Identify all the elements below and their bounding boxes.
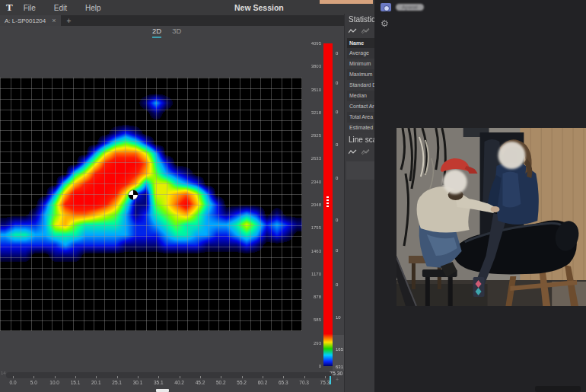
x-axis-tick [117, 376, 118, 378]
colorbar-tick-label: 2340 [293, 180, 321, 184]
colorbar-tick-label: 1463 [293, 249, 321, 253]
bottom-right-button[interactable] [535, 386, 581, 392]
camera-source-label: Aparat [396, 4, 424, 11]
line-chart-disabled-icon[interactable] [361, 149, 370, 155]
colorbar-count: 631 [336, 365, 343, 369]
colorbar-count: 0 [336, 142, 338, 147]
line-scan-plot-area [346, 161, 374, 180]
stats-row-minimum[interactable]: Minimum [347, 59, 374, 69]
blurred-face [443, 170, 467, 194]
view-mode-toggle: 2D 3D [152, 27, 181, 38]
pressure-heatmap[interactable] [0, 78, 302, 331]
line-chart-disabled-icon[interactable] [361, 28, 370, 34]
colorbar-tick-label: 878 [293, 295, 321, 299]
x-axis-label: 65.3 [274, 380, 292, 385]
colorbar-tick-label: 1170 [293, 272, 321, 276]
colorbar-tick-label: 2048 [293, 202, 321, 207]
x-axis-label: 5.0 [24, 380, 43, 385]
x-axis-tick [55, 376, 56, 378]
horizontal-scrollbar-thumb[interactable] [156, 389, 169, 392]
x-axis-label: 0.0 [4, 380, 22, 385]
app-window: T File Edit Help New Session A: L-SP0012… [0, 0, 586, 392]
tab-close-icon[interactable]: × [52, 18, 56, 24]
colorbar-tick-label: 2925 [293, 133, 321, 138]
x-axis-label: 55.2 [233, 380, 251, 385]
stats-row-total[interactable]: Total Area [347, 112, 374, 123]
colorbar-count: 0 [336, 51, 338, 56]
x-axis-label: 30.1 [129, 380, 147, 385]
x-axis-label: 60.2 [253, 380, 272, 385]
x-axis-tick [33, 376, 34, 378]
tab-3d[interactable]: 3D [172, 27, 181, 38]
x-axis-tick [242, 376, 243, 378]
camera-photo [397, 128, 586, 306]
colorbar-count: 0 [336, 248, 338, 253]
app-logo: T [6, 2, 13, 14]
camera-icon[interactable] [381, 3, 391, 11]
x-axis-tick [304, 376, 305, 378]
tab-label: A: L-SP001204 [5, 18, 46, 24]
tab-bar: A: L-SP001204 × + [0, 15, 374, 26]
line-chart-icon[interactable] [349, 28, 357, 34]
colorbar-tick-label: 3803 [293, 64, 321, 69]
x-axis-label: 35.1 [149, 380, 167, 385]
x-axis-label: 20.1 [87, 380, 105, 385]
statistics-title: Statistics [349, 15, 374, 24]
stats-row-median[interactable]: Median [347, 91, 374, 101]
tab-2d[interactable]: 2D [152, 27, 161, 38]
stats-row-standard[interactable]: Standard Deviation [347, 80, 374, 91]
blurred-face [498, 142, 525, 169]
colorbar-count: 0 [336, 81, 338, 85]
x-axis-tick [325, 376, 326, 378]
row-count-label: 14 [1, 371, 6, 375]
statistics-chart-icons [349, 28, 370, 34]
x-axis-tick [13, 376, 14, 378]
colorbar-tick-label: 0 [293, 364, 321, 368]
x-axis-tick [138, 376, 139, 378]
stats-row-estimated[interactable]: Estimated [347, 123, 374, 133]
menu-bar: T File Edit Help [0, 0, 374, 15]
background-window-sliver [320, 0, 373, 4]
tab-session[interactable]: A: L-SP001204 × [0, 15, 61, 26]
stats-row-average[interactable]: Average [347, 48, 374, 59]
colorbar-count: 0 [336, 110, 338, 114]
x-axis-cursor-tick [330, 376, 331, 384]
x-axis-tick [96, 376, 97, 378]
x-axis-tick [180, 376, 180, 378]
x-axis-label: 10.0 [46, 380, 64, 385]
x-axis-tick [283, 376, 284, 378]
menu-help[interactable]: Help [82, 2, 104, 14]
colorbar-count: 0 [336, 218, 338, 222]
line-chart-icon[interactable] [349, 149, 357, 155]
colorbar-count: 0 [336, 282, 338, 287]
x-axis-label: 50.2 [212, 380, 230, 385]
gear-icon[interactable]: ⚙ [381, 18, 389, 29]
stats-row-contact[interactable]: Contact Area [347, 101, 374, 112]
x-axis-label: 75.3 [316, 380, 334, 385]
new-tab-button[interactable]: + [61, 15, 78, 26]
stats-header-name: Name [347, 38, 374, 48]
colorbar-tick-label: 3218 [293, 110, 321, 115]
colorbar-count: 165 [336, 347, 343, 352]
statistics-table: NameAverageMinimumMaximumStandard Deviat… [347, 38, 374, 133]
heatmap-cursor-marker [128, 190, 139, 200]
line-scan-chart-icons [349, 149, 370, 155]
x-axis-label: 15.1 [66, 380, 84, 385]
x-axis-label: 45.2 [191, 380, 209, 385]
x-axis-tick [158, 376, 159, 378]
stats-row-maximum[interactable]: Maximum [347, 69, 374, 80]
colorbar-tick-label: 293 [293, 341, 321, 346]
menu-file[interactable]: File [21, 2, 39, 14]
camera-source-row[interactable]: Aparat [381, 3, 424, 11]
x-axis-tick [75, 376, 76, 378]
colorbar-count: 0 [336, 176, 338, 180]
x-axis-label: 25.1 [108, 380, 126, 385]
colorbar-count: 10 [336, 315, 341, 320]
x-axis-label: 40.2 [170, 380, 189, 385]
colorbar-tick-label: 3510 [293, 88, 321, 92]
colorbar-tick-label: 2633 [293, 156, 321, 161]
colorbar-tick-label: 1755 [293, 225, 321, 230]
x-axis-tick [221, 376, 221, 378]
menu-edit[interactable]: Edit [51, 2, 70, 14]
axis-expand-icon[interactable]: + [336, 377, 339, 382]
